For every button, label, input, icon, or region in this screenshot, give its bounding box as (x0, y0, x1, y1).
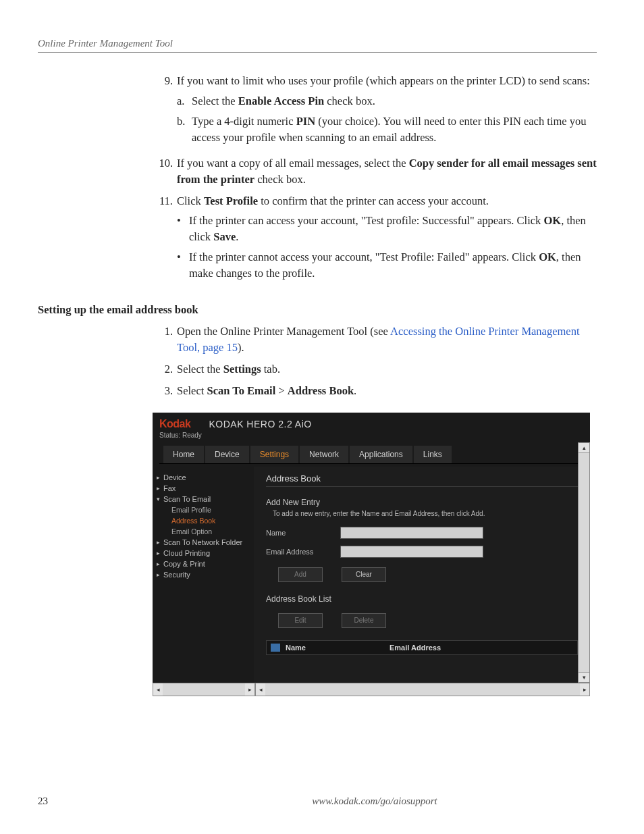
name-input[interactable] (340, 527, 483, 539)
scroll-up-icon[interactable]: ▴ (579, 443, 589, 453)
edit-button[interactable]: Edit (278, 613, 323, 628)
delete-button[interactable]: Delete (342, 613, 386, 628)
tab-settings[interactable]: Settings (250, 446, 298, 463)
sidebar-item-scan-network-folder[interactable]: ▸Scan To Network Folder (157, 537, 250, 548)
status-text: Status: Ready (159, 432, 583, 439)
label-name: Name (266, 529, 340, 537)
scroll-right-icon[interactable]: ▸ (245, 683, 254, 696)
sidebar-item-security[interactable]: ▸Security (157, 569, 250, 580)
step2-1-marker: 1. (153, 323, 177, 356)
triangle-right-icon: ▸ (157, 571, 160, 578)
tab-network[interactable]: Network (300, 446, 348, 463)
horizontal-scrollbar-right[interactable]: ◂ ▸ (255, 683, 590, 696)
running-header: Online Printer Management Tool (38, 38, 597, 53)
sidebar-item-device[interactable]: ▸Device (157, 472, 250, 483)
step-10-marker: 10. (153, 155, 177, 188)
scroll-left-icon[interactable]: ◂ (256, 683, 265, 696)
step2-3-text: Select Scan To Email > Address Book. (177, 383, 597, 399)
step-11-bullet-2: If the printer cannot access your accoun… (189, 249, 597, 282)
step-9-marker: 9. (153, 73, 177, 150)
tab-applications[interactable]: Applications (350, 446, 412, 463)
email-input[interactable] (340, 546, 483, 558)
scroll-down-icon[interactable]: ▾ (579, 672, 589, 682)
step-11-text: Click Test Profile to confirm that the p… (177, 194, 489, 207)
triangle-right-icon: ▸ (157, 561, 160, 567)
step-11-marker: 11. (153, 193, 177, 286)
page-number: 23 (38, 796, 153, 807)
step2-2-marker: 2. (153, 361, 177, 377)
triangle-right-icon: ▸ (157, 550, 160, 556)
step-9-text: If you want to limit who uses your profi… (177, 74, 590, 87)
group-add-new-entry: Add New Entry (266, 498, 578, 507)
triangle-right-icon: ▸ (157, 485, 160, 492)
hint-text: To add a new entry, enter the Name and E… (273, 510, 578, 517)
add-button[interactable]: Add (278, 567, 323, 582)
tab-home[interactable]: Home (163, 446, 204, 463)
bullet-icon: • (177, 213, 189, 245)
bullet-icon: • (177, 249, 189, 282)
step-9a-text: Select the Enable Access Pin check box. (192, 93, 597, 109)
triangle-down-icon: ▾ (157, 496, 160, 502)
label-email: Email Address (266, 548, 340, 556)
scroll-right-icon[interactable]: ▸ (580, 683, 589, 696)
step2-3-marker: 3. (153, 383, 177, 399)
triangle-right-icon: ▸ (157, 474, 160, 481)
step-9b-marker: b. (177, 113, 192, 146)
tab-links[interactable]: Links (414, 446, 452, 463)
step2-1-text: Open the Online Printer Management Tool … (177, 323, 597, 356)
sidebar-item-email-option[interactable]: Email Option (157, 526, 250, 537)
sidebar-item-cloud-printing[interactable]: ▸Cloud Printing (157, 548, 250, 558)
step-9b-text: Type a 4-digit numeric PIN (your choice)… (192, 113, 597, 146)
sidebar-item-scan-to-email[interactable]: ▾Scan To Email (157, 494, 250, 504)
step-9a-marker: a. (177, 93, 192, 109)
sidebar-item-email-profile[interactable]: Email Profile (157, 504, 250, 515)
brand-logo: Kodak (159, 418, 190, 429)
step2-2-text: Select the Settings tab. (177, 361, 597, 377)
vertical-scrollbar[interactable]: ▴ ▾ (578, 442, 590, 683)
screenshot-address-book: Kodak KODAK HERO 2.2 AiO Status: Ready H… (153, 413, 590, 696)
footer-url: www.kodak.com/go/aiosupport (153, 796, 597, 807)
sidebar-item-address-book[interactable]: Address Book (157, 515, 250, 526)
section-heading-address-book: Setting up the email address book (38, 303, 597, 317)
horizontal-scrollbar-left[interactable]: ◂ ▸ (153, 683, 255, 696)
model-title: KODAK HERO 2.2 AiO (209, 419, 311, 429)
step-10-text: If you want a copy of all email messages… (177, 155, 597, 188)
clear-button[interactable]: Clear (342, 567, 386, 582)
triangle-right-icon: ▸ (157, 539, 160, 546)
step-11-bullet-1: If the printer can access your account, … (189, 213, 597, 245)
th-name: Name (286, 644, 390, 652)
th-email: Email Address (390, 644, 441, 652)
scroll-left-icon[interactable]: ◂ (153, 683, 163, 696)
sidebar-item-fax[interactable]: ▸Fax (157, 483, 250, 494)
sidebar-item-copy-print[interactable]: ▸Copy & Print (157, 558, 250, 569)
tab-device[interactable]: Device (205, 446, 249, 463)
panel-title: Address Book (266, 473, 578, 487)
group-address-book-list: Address Book List (266, 594, 578, 604)
table-header: Name Email Address (266, 640, 578, 655)
select-all-checkbox[interactable] (271, 644, 280, 652)
